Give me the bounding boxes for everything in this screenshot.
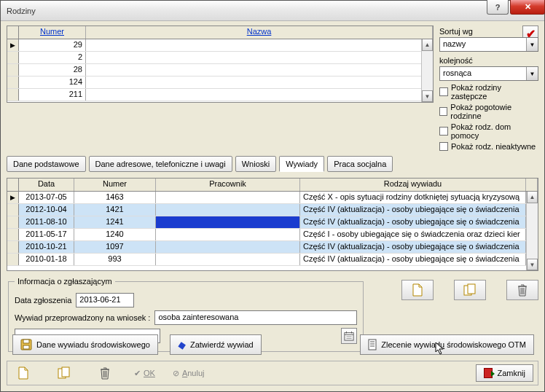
svg-rect-7 (468, 284, 475, 294)
anuluj-button[interactable]: ⊘ Anuluj (173, 369, 205, 378)
col-pracownik-header[interactable]: Pracownik (156, 179, 300, 191)
copy-documents-icon (58, 366, 71, 380)
info-legend: Informacja o zgłaszającym (15, 277, 115, 286)
order-label: kolejność (439, 56, 538, 65)
new-button[interactable] (401, 280, 434, 300)
tab-praca-socjalna[interactable]: Praca socjalna (327, 156, 393, 172)
bottom-delete-button[interactable] (93, 364, 117, 383)
table-row[interactable]: ▶ 2013-07-05 1463 Część X - opis sytuacj… (7, 192, 538, 204)
new-document-icon (412, 283, 423, 297)
sort-panel: Sortuj wg nazwy ▼ kolejność rosnąca ▼ Po… (439, 26, 538, 153)
chevron-down-icon: ▼ (526, 67, 538, 80)
interviews-scrollbar[interactable]: ▲▼ (526, 192, 538, 270)
table-row[interactable]: 2 (7, 52, 433, 64)
trash-icon (100, 366, 110, 380)
col-numer-header[interactable]: Numer (74, 179, 156, 191)
table-row[interactable]: 124 (7, 77, 433, 89)
check-nieaktywne[interactable]: Pokaż rodz. nieaktywne (439, 142, 538, 151)
close-window-button[interactable]: ✕ (510, 0, 545, 15)
col-nazwa-header[interactable]: Nazwa (247, 27, 272, 36)
wniosek-label: Wywiad przeprowadzony na wniosek : (15, 313, 150, 322)
calendar-button[interactable] (341, 328, 357, 344)
cancel-icon: ⊘ (173, 369, 179, 378)
data-zgloszenia-label: Data zgłoszenia (15, 296, 71, 305)
col-numer-header[interactable]: Numer (40, 27, 64, 36)
table-row[interactable]: 2011-08-10 1241 Część IV (aktualizacja) … (7, 216, 538, 229)
table-row[interactable]: 2010-01-18 993 Część IV (aktualizacja) -… (7, 254, 538, 266)
table-row[interactable]: 2010-10-21 1097 Część IV (aktualizacja) … (7, 241, 538, 254)
check-icon: ✔ (134, 369, 141, 378)
zlecenie-button[interactable]: Zlecenie wywiadu środowiskowego OTM (360, 334, 534, 355)
app-window: Rodziny ? ✕ ✔ Numer Nazwa ▶ 29 2 28 124 … (0, 0, 545, 392)
families-scrollbar[interactable]: ▲▼ (421, 39, 433, 102)
bottom-new-button[interactable] (12, 364, 35, 383)
dane-wywiadu-label: Dane wywiadu środowiskowego (36, 340, 150, 349)
wniosek-field[interactable]: osoba zainteresowana (154, 310, 357, 325)
new-document-icon (17, 366, 29, 380)
zatwierdz-label: Zatwierdź wywiad (190, 340, 254, 349)
tabs: Dane podstawowe Dane adresowe, telefonic… (7, 156, 538, 172)
delete-button[interactable] (506, 280, 538, 300)
check-zastepcze[interactable]: Pokaż rodziny zastępcze (439, 83, 538, 101)
copy-button[interactable] (454, 280, 486, 300)
col-rodzaj-header[interactable]: Rodzaj wywiadu (300, 179, 526, 191)
check-dom-pomocy[interactable]: Pokaż rodz. dom pomocy (439, 122, 538, 140)
chevron-down-icon: ▼ (526, 38, 538, 51)
families-grid[interactable]: Numer Nazwa ▶ 29 2 28 124 211 ▲▼ (7, 26, 434, 103)
bottom-toolbar: ✔ OK ⊘ Anuluj Zamknij (7, 361, 538, 385)
tab-wywiady[interactable]: Wywiady (279, 156, 324, 172)
dane-wywiadu-button[interactable]: Dane wywiadu środowiskowego (12, 334, 158, 355)
disk-icon (20, 339, 32, 350)
window-title: Rodziny (7, 7, 36, 15)
exit-icon (484, 368, 493, 378)
zamknij-button[interactable]: Zamknij (476, 364, 533, 382)
svg-rect-19 (62, 367, 69, 377)
trash-icon (517, 283, 528, 297)
table-row[interactable]: 2012-10-04 1421 Część IV (aktualizacja) … (7, 204, 538, 216)
table-row[interactable]: 211 (7, 89, 433, 101)
help-button[interactable]: ? (487, 0, 509, 15)
col-data-header[interactable]: Data (19, 179, 74, 191)
sort-by-select[interactable]: nazwy ▼ (439, 37, 538, 52)
document-icon (368, 339, 377, 350)
bottom-copy-button[interactable] (52, 364, 76, 383)
calendar-icon (344, 331, 354, 341)
ok-button[interactable]: ✔ OK (134, 369, 155, 378)
zatwierdz-button[interactable]: ◆ Zatwierdź wywiad (170, 334, 262, 355)
interviews-grid[interactable]: Data Numer Pracownik Rodzaj wywiadu ▶ 20… (7, 178, 538, 271)
table-row[interactable]: 2011-05-17 1240 Część I - osoby ubiegają… (7, 229, 538, 241)
svg-rect-12 (23, 340, 29, 343)
table-row[interactable]: 28 (7, 64, 433, 77)
table-row[interactable]: ▶ 29 (7, 39, 433, 52)
svg-rect-14 (369, 340, 376, 350)
tab-dane-adresowe[interactable]: Dane adresowe, telefoniczne i uwagi (89, 156, 232, 172)
copy-documents-icon (463, 283, 477, 297)
tab-wnioski[interactable]: Wnioski (235, 156, 277, 172)
sort-order-select[interactable]: rosnąca ▼ (439, 66, 538, 81)
svg-rect-13 (23, 345, 29, 349)
titlebar: Rodziny ? ✕ (1, 1, 544, 21)
tab-dane-podstawowe[interactable]: Dane podstawowe (7, 156, 86, 172)
stamp-icon: ◆ (177, 338, 187, 351)
data-zgloszenia-field[interactable]: 2013-06-21 (76, 293, 134, 307)
check-pogotowie[interactable]: Pokaż pogotowie rodzinne (439, 103, 538, 120)
sort-label: Sortuj wg (439, 27, 538, 36)
